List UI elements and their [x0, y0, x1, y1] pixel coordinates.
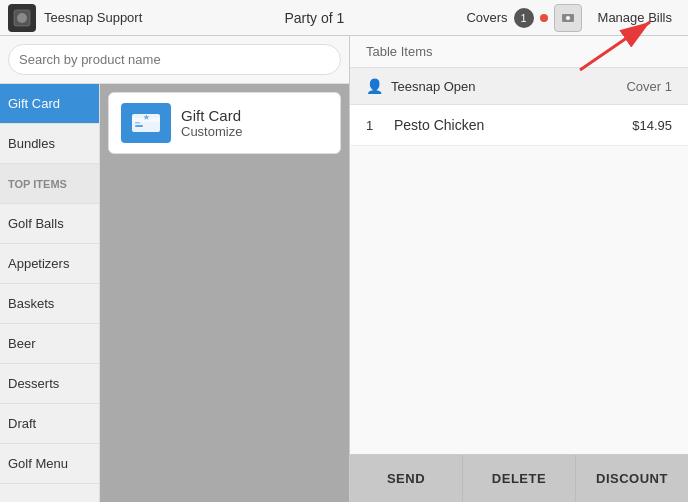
search-input[interactable] [8, 44, 341, 75]
sidebar-section-top-items: TOP ITEMS [0, 164, 99, 204]
table-row[interactable]: 1 Pesto Chicken $14.95 [350, 105, 688, 146]
top-bar: Teesnap Support Party of 1 Covers 1 Mana… [0, 0, 688, 36]
product-area: Gift Card Customize [100, 84, 349, 502]
sidebar-item-desserts[interactable]: Desserts [0, 364, 99, 404]
sidebar-item-appetizers[interactable]: Appetizers [0, 244, 99, 284]
brand-name: Teesnap Support [44, 10, 142, 25]
send-button[interactable]: SEND [350, 455, 463, 502]
covers-icon-button[interactable] [554, 4, 582, 32]
order-cover-row: 👤 Teesnap Open Cover 1 [350, 68, 688, 105]
sidebar-item-beer[interactable]: Beer [0, 324, 99, 364]
order-section: 👤 Teesnap Open Cover 1 1 Pesto Chicken $… [350, 68, 688, 454]
product-card-gift-card[interactable]: Gift Card Customize [108, 92, 341, 154]
main-layout: Gift Card Bundles TOP ITEMS Golf Balls A… [0, 36, 688, 502]
bottom-bar: SEND DELETE DISCOUNT [350, 454, 688, 502]
product-sub: Customize [181, 124, 242, 139]
cover-person-icon: 👤 [366, 78, 383, 94]
party-label: Party of 1 [162, 10, 466, 26]
svg-point-3 [17, 13, 27, 23]
svg-point-5 [566, 16, 570, 20]
delete-button[interactable]: DELETE [463, 455, 576, 502]
left-content: Gift Card Bundles TOP ITEMS Golf Balls A… [0, 84, 349, 502]
product-info: Gift Card Customize [181, 107, 242, 139]
item-qty: 1 [366, 118, 386, 133]
app-logo [8, 4, 36, 32]
covers-text: Covers [466, 10, 507, 25]
sidebar-item-gift-card[interactable]: Gift Card [0, 84, 99, 124]
left-panel: Gift Card Bundles TOP ITEMS Golf Balls A… [0, 36, 350, 502]
sidebar-item-draft[interactable]: Draft [0, 404, 99, 444]
item-price: $14.95 [632, 118, 672, 133]
sidebar-item-baskets[interactable]: Baskets [0, 284, 99, 324]
table-items-header: Table Items [350, 36, 688, 68]
sidebar-item-golf-balls[interactable]: Golf Balls [0, 204, 99, 244]
item-name: Pesto Chicken [394, 117, 632, 133]
cover-label: Cover 1 [626, 79, 672, 94]
discount-button[interactable]: DISCOUNT [576, 455, 688, 502]
covers-count: 1 [514, 8, 534, 28]
product-name: Gift Card [181, 107, 242, 124]
sidebar: Gift Card Bundles TOP ITEMS Golf Balls A… [0, 84, 100, 502]
sidebar-item-bundles[interactable]: Bundles [0, 124, 99, 164]
right-panel: Table Items 👤 Teesnap Open Cover 1 1 Pes… [350, 36, 688, 502]
cover-name: Teesnap Open [391, 79, 626, 94]
svg-rect-9 [135, 122, 140, 124]
sidebar-item-golf-menu[interactable]: Golf Menu [0, 444, 99, 484]
svg-rect-8 [135, 125, 143, 127]
manage-bills-button[interactable]: Manage Bills [590, 6, 680, 29]
gift-card-icon [121, 103, 171, 143]
search-bar [0, 36, 349, 84]
covers-section: Covers 1 [466, 4, 581, 32]
covers-dot [540, 14, 548, 22]
